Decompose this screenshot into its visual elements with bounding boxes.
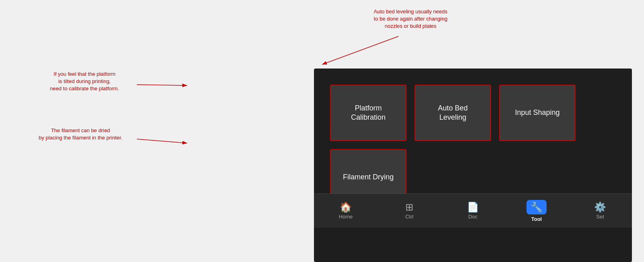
auto-bed-leveling-note: Auto bed leveling usually needs to be do… xyxy=(362,8,459,30)
set-icon-wrapper: ⚙️ xyxy=(594,202,606,212)
nav-item-set[interactable]: ⚙️ Set xyxy=(584,202,616,220)
ctrl-icon: ⊞ xyxy=(405,202,413,212)
platform-calibration-button[interactable]: Platform Calibration xyxy=(330,85,407,141)
nav-home-label: Home xyxy=(339,214,353,220)
doc-icon: 📄 xyxy=(467,202,479,212)
auto-bed-leveling-button[interactable]: Auto Bed Leveling xyxy=(415,85,491,141)
home-icon: 🏠 xyxy=(340,202,352,212)
tool-panel: Platform Calibration Auto Bed Leveling I… xyxy=(314,69,632,262)
doc-icon-wrapper: 📄 xyxy=(467,202,479,212)
tool-icon-wrapper: 🔧 xyxy=(526,200,547,214)
home-icon-wrapper: 🏠 xyxy=(340,202,352,212)
nav-doc-label: Doc xyxy=(468,214,477,220)
nav-ctrl-label: Ctrl xyxy=(405,214,413,220)
tool-icon: 🔧 xyxy=(530,202,543,212)
input-shaping-button[interactable]: Input Shaping xyxy=(499,85,576,141)
settings-icon: ⚙️ xyxy=(594,202,606,212)
ctrl-icon-wrapper: ⊞ xyxy=(405,202,413,212)
nav-item-tool[interactable]: 🔧 Tool xyxy=(520,200,553,222)
main-panel: Platform Calibration Auto Bed Leveling I… xyxy=(157,34,475,228)
filament-drying-note: The filament can be dried by placing the… xyxy=(30,127,131,141)
platform-calibration-note: If you feel that the platform is tilted … xyxy=(40,71,129,93)
nav-item-home[interactable]: 🏠 Home xyxy=(330,202,362,220)
nav-item-ctrl[interactable]: ⊞ Ctrl xyxy=(393,202,425,220)
nav-bar: 🏠 Home ⊞ Ctrl 📄 Doc 🔧 Tool xyxy=(314,193,632,228)
nav-item-doc[interactable]: 📄 Doc xyxy=(457,202,489,220)
nav-tool-label: Tool xyxy=(531,216,542,222)
nav-set-label: Set xyxy=(596,214,604,220)
